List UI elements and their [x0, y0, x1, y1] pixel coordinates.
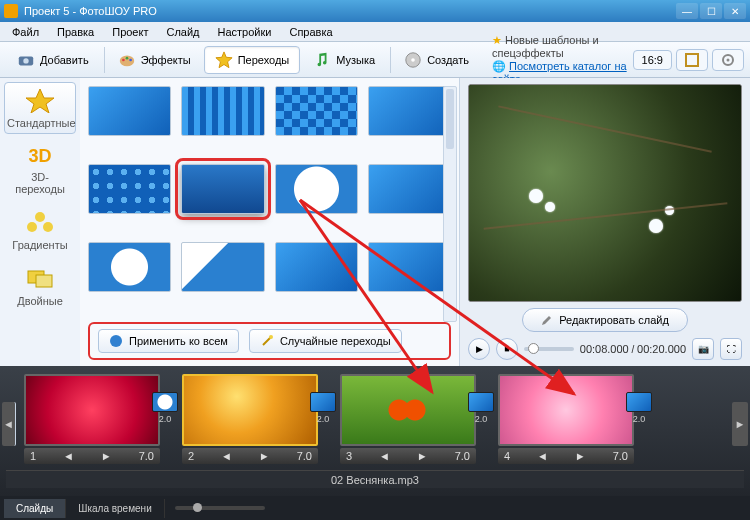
transition-chip-duration: 2.0	[317, 414, 330, 424]
svg-point-8	[411, 58, 415, 62]
close-button[interactable]: ✕	[724, 3, 746, 19]
play-button[interactable]: ▶	[468, 338, 490, 360]
transition-thumb[interactable]	[275, 164, 358, 214]
toolbar-transitions-label: Переходы	[238, 54, 290, 66]
menu-edit[interactable]: Правка	[49, 24, 102, 40]
audio-track[interactable]: 02 Веснянка.mp3	[6, 470, 744, 488]
snapshot-button[interactable]: 📷	[692, 338, 714, 360]
menu-help[interactable]: Справка	[281, 24, 340, 40]
svg-point-14	[27, 222, 37, 232]
window-title: Проект 5 - ФотоШОУ PRO	[24, 5, 676, 17]
random-button[interactable]: Случайные переходы	[249, 329, 402, 353]
gradient-icon	[24, 209, 56, 235]
menu-settings[interactable]: Настройки	[210, 24, 280, 40]
seek-slider[interactable]	[524, 347, 574, 351]
tab-slides[interactable]: Слайды	[4, 499, 66, 518]
preview-viewport[interactable]	[468, 84, 742, 302]
menu-file[interactable]: Файл	[4, 24, 47, 40]
clip-3[interactable]: 3◄► 7.0 2.0	[340, 374, 476, 464]
timeline-prev[interactable]: ◄	[2, 402, 16, 446]
tab-standard[interactable]: Стандартные	[4, 82, 76, 134]
svg-rect-9	[686, 54, 698, 66]
zoom-slider[interactable]	[175, 506, 265, 510]
toolbar-effects[interactable]: Эффекты	[107, 46, 202, 74]
toolbar-transitions[interactable]: Переходы	[204, 46, 301, 74]
clip-thumb[interactable]	[498, 374, 634, 446]
expand-button[interactable]: ⛶	[720, 338, 742, 360]
clip-thumb[interactable]	[340, 374, 476, 446]
transition-thumb[interactable]	[275, 86, 358, 136]
menu-project[interactable]: Проект	[104, 24, 156, 40]
clip-bar: 4◄► 7.0	[498, 448, 634, 464]
clip-bar: 1◄► 7.0	[24, 448, 160, 464]
svg-point-1	[23, 58, 28, 63]
timeline-next[interactable]: ►	[732, 402, 748, 446]
seek-knob[interactable]	[528, 343, 539, 354]
clip-bar: 2◄► 7.0	[182, 448, 318, 464]
clip-duration: 7.0	[455, 450, 470, 462]
apply-all-label: Применить ко всем	[129, 335, 228, 347]
clip-number: 3	[346, 450, 352, 462]
news-line1: Новые шаблоны и спецэффекты	[492, 34, 599, 59]
svg-point-20	[269, 335, 273, 339]
transition-chip-duration: 2.0	[475, 414, 488, 424]
transition-thumb[interactable]	[88, 242, 171, 292]
gear-icon	[721, 53, 735, 67]
transition-thumb-selected[interactable]	[181, 164, 264, 214]
transition-chip[interactable]: 2.0	[308, 392, 338, 424]
toolbar-music[interactable]: Музыка	[302, 46, 386, 74]
tab-double[interactable]: Двойные	[4, 260, 76, 312]
clip-thumb[interactable]	[182, 374, 318, 446]
transition-thumb[interactable]	[275, 242, 358, 292]
minimize-button[interactable]: —	[676, 3, 698, 19]
transition-thumb[interactable]	[88, 164, 171, 214]
clip-number: 1	[30, 450, 36, 462]
toolbar-add[interactable]: Добавить	[6, 46, 100, 74]
stop-button[interactable]: ■	[496, 338, 518, 360]
edit-slide-label: Редактировать слайд	[559, 314, 669, 326]
menu-slide[interactable]: Слайд	[158, 24, 207, 40]
settings-button[interactable]	[712, 49, 744, 71]
maximize-button[interactable]: ☐	[700, 3, 722, 19]
tab-timeline[interactable]: Шкала времени	[66, 499, 164, 518]
double-icon	[24, 265, 56, 291]
svg-point-13	[35, 212, 45, 222]
toolbar-create[interactable]: Создать	[393, 46, 480, 74]
toolbar-create-label: Создать	[427, 54, 469, 66]
titlebar: Проект 5 - ФотоШОУ PRO — ☐ ✕	[0, 0, 750, 22]
clip-thumb[interactable]	[24, 374, 160, 446]
transition-thumb[interactable]	[88, 86, 171, 136]
pencil-icon	[541, 314, 553, 326]
3d-icon: 3D	[24, 143, 56, 169]
clip-2[interactable]: 2◄► 7.0 2.0	[182, 374, 318, 464]
clip-duration: 7.0	[613, 450, 628, 462]
scrollbar-thumb[interactable]	[446, 89, 454, 149]
transition-chip-thumb	[468, 392, 494, 412]
transition-chip-duration: 2.0	[633, 414, 646, 424]
timeline: ◄ ► 1◄► 7.0 2.0 2◄► 7.0 2.0	[0, 366, 750, 496]
disc-icon	[404, 51, 422, 69]
svg-point-11	[727, 58, 730, 61]
transition-thumb[interactable]	[181, 242, 264, 292]
toolbar-music-label: Музыка	[336, 54, 375, 66]
apply-all-button[interactable]: Применить ко всем	[98, 329, 239, 353]
transition-thumb[interactable]	[368, 242, 451, 292]
transition-thumb[interactable]	[181, 86, 264, 136]
transition-chip[interactable]: 2.0	[150, 392, 180, 424]
zoom-knob[interactable]	[193, 503, 202, 512]
transition-thumb[interactable]	[368, 86, 451, 136]
audio-filename: 02 Веснянка.mp3	[331, 474, 419, 486]
clip-1[interactable]: 1◄► 7.0 2.0	[24, 374, 160, 464]
transition-chip[interactable]: 2.0	[466, 392, 496, 424]
edit-slide-button[interactable]: Редактировать слайд	[522, 308, 688, 332]
tab-gradients[interactable]: Градиенты	[4, 204, 76, 256]
clip-bar: 3◄► 7.0	[340, 448, 476, 464]
transition-chip[interactable]: 2.0	[624, 392, 654, 424]
grid-scrollbar[interactable]	[443, 86, 457, 322]
transition-chip-duration: 2.0	[159, 414, 172, 424]
transition-thumb[interactable]	[368, 164, 451, 214]
clip-4[interactable]: 4◄► 7.0 2.0	[498, 374, 634, 464]
aspect-ratio-button[interactable]: 16:9	[633, 50, 672, 70]
fullscreen-button[interactable]	[676, 49, 708, 71]
tab-3d[interactable]: 3D 3D-переходы	[4, 138, 76, 200]
